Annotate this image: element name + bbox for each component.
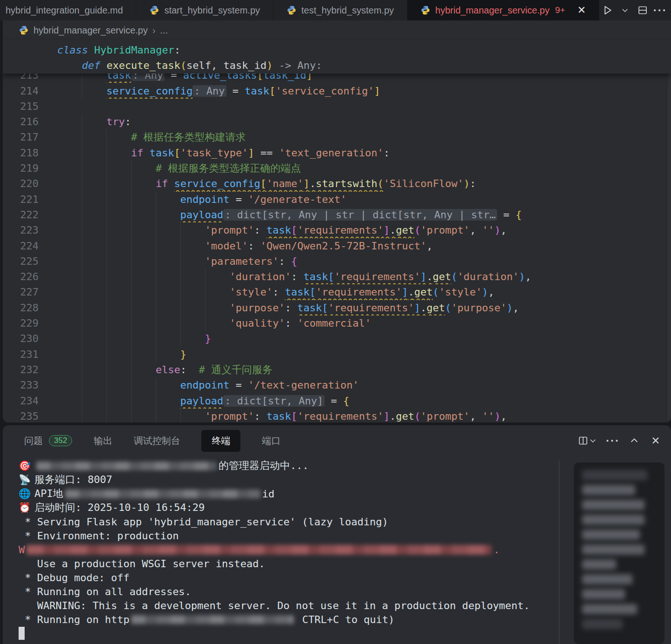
maximize-panel-button[interactable]	[626, 433, 642, 449]
line-number[interactable]: 222	[3, 207, 57, 222]
panel-tab-终端[interactable]: 终端	[201, 430, 240, 452]
indent-guide	[180, 254, 181, 269]
code-token: ,	[513, 302, 519, 314]
panel-tab-输出[interactable]: 输出	[93, 435, 112, 447]
code-token: 'duration'	[458, 271, 519, 282]
code-line-213[interactable]: 213task: Any = active_tasks[task_id]	[3, 74, 671, 83]
code-line-229[interactable]: 229'quality': 'commercial'	[3, 315, 671, 331]
code-line-223[interactable]: 223'prompt': task['requirements'].get('p…	[3, 222, 671, 238]
terminal-sash[interactable]	[559, 461, 559, 644]
line-number[interactable]: 232	[3, 362, 57, 377]
code-token: (	[414, 410, 420, 422]
code-line-215[interactable]: 215	[3, 99, 671, 114]
close-panel-button[interactable]: ✕	[648, 433, 664, 449]
line-number[interactable]: 225	[3, 254, 57, 269]
code-line-235[interactable]: 235'prompt': task['requirements'].get('p…	[3, 409, 671, 423]
code-line-219[interactable]: 219# 根据服务类型选择正确的端点	[3, 161, 671, 176]
indent-guide	[82, 207, 82, 222]
code-line-221[interactable]: 221endpoint = '/generate-text'	[3, 192, 671, 207]
code-editor[interactable]: class HybridManager:def execute_task(sel…	[3, 40, 671, 423]
code-line-227[interactable]: 227'style': task['requirements'].get('st…	[3, 284, 671, 300]
run-dropdown-button[interactable]	[617, 2, 633, 18]
line-number[interactable]: 233	[3, 377, 57, 393]
panel-tab-端口[interactable]: 端口	[262, 435, 280, 447]
indent-guide	[82, 409, 82, 423]
code-line-230[interactable]: 230}	[3, 331, 671, 346]
code-token: ]	[374, 85, 380, 97]
indent-guide	[131, 222, 132, 238]
panel-tab-调试控制台[interactable]: 调试控制台	[133, 435, 180, 447]
code-line[interactable]: def execute_task(self, task_id) -> Any:	[3, 58, 671, 73]
line-number[interactable]: 215	[3, 99, 57, 114]
line-number[interactable]: 226	[3, 269, 57, 284]
code-line-226[interactable]: 226'duration': task['requirements'].get(…	[3, 269, 671, 284]
breadcrumb-file[interactable]: hybrid_manager_service.py	[33, 25, 148, 36]
line-number[interactable]	[3, 58, 57, 73]
panel-tab-问题[interactable]: 问题352	[24, 435, 72, 447]
breadcrumb[interactable]: hybrid_manager_service.py › ...	[3, 20, 671, 40]
terminal-line	[19, 626, 556, 640]
run-button[interactable]	[599, 2, 615, 18]
code-line-225[interactable]: 225'parameters': {	[3, 254, 671, 269]
terminal-output[interactable]: 🎯的管理器启动中...📡服务端口: 8007🌐API地id⏰启动时间: 2025…	[3, 459, 556, 644]
editor-tab-hybrid_integration_guide.md[interactable]: hybrid_integration_guide.md	[0, 0, 136, 20]
sticky-scroll[interactable]: class HybridManager:def execute_task(sel…	[3, 40, 671, 74]
line-number[interactable]: 230	[3, 331, 57, 346]
code-line-214[interactable]: 214service_config: Any = task['service_c…	[3, 83, 671, 99]
split-terminal-button[interactable]	[575, 433, 599, 449]
code-line[interactable]: class HybridManager:	[3, 42, 671, 58]
line-number[interactable]: 227	[3, 284, 57, 300]
indent-guide	[82, 192, 82, 207]
indent-guide	[82, 222, 82, 238]
line-number[interactable]: 218	[3, 145, 57, 161]
line-number[interactable]: 219	[3, 161, 57, 176]
code-token: [	[291, 410, 297, 422]
line-number[interactable]: 213	[3, 74, 57, 83]
line-number[interactable]: 221	[3, 192, 57, 207]
line-number[interactable]: 217	[3, 129, 57, 145]
indent-guide	[106, 409, 107, 423]
code-token: :	[384, 147, 390, 159]
code-line-220[interactable]: 220if service_config['name'].startswith(…	[3, 176, 671, 191]
editor-tab-start_hybrid_system.py[interactable]: start_hybrid_system.py	[136, 0, 273, 20]
line-number[interactable]: 214	[3, 83, 57, 99]
code-line-216[interactable]: 216try:	[3, 114, 671, 129]
line-number[interactable]: 231	[3, 347, 57, 362]
line-number[interactable]: 216	[3, 114, 57, 129]
line-number[interactable]: 223	[3, 222, 57, 238]
code-line-217[interactable]: 217# 根据任务类型构建请求	[3, 129, 671, 145]
editor-scrollbar[interactable]	[667, 40, 671, 423]
editor-tab-test_hybrid_system.py[interactable]: test_hybrid_system.py	[273, 0, 407, 20]
code-token: .	[310, 178, 316, 189]
line-number[interactable]	[3, 42, 57, 58]
indent-guide	[106, 347, 107, 362]
code-line-228[interactable]: 228'purpose': task['requirements'].get('…	[3, 300, 671, 315]
code-line-234[interactable]: 234payload: dict[str, Any] = {	[3, 393, 671, 409]
code-token: ]	[420, 271, 426, 282]
editor-more-actions-button[interactable]: ···	[652, 2, 668, 18]
line-number[interactable]: 235	[3, 409, 57, 423]
indent-guide	[82, 269, 82, 284]
terminal-more-actions-button[interactable]: ···	[605, 433, 621, 449]
code-token: (	[414, 224, 420, 236]
terminal-session-list[interactable]	[574, 463, 664, 644]
code-token: endpoint	[180, 379, 230, 391]
split-editor-button[interactable]	[635, 2, 651, 18]
editor-tab-hybrid_manager_service.py[interactable]: hybrid_manager_service.py9+✕	[407, 0, 599, 20]
line-number[interactable]: 220	[3, 176, 57, 191]
code-line-232[interactable]: 232else: # 通义千问服务	[3, 362, 671, 377]
line-number[interactable]: 228	[3, 300, 57, 315]
code-line-222[interactable]: 222payload: dict[str, Any | str | dict[s…	[3, 207, 671, 222]
code-line-218[interactable]: 218if task['task_type'] == 'text_generat…	[3, 145, 671, 161]
code-line-233[interactable]: 233endpoint = '/text-generation'	[3, 377, 671, 393]
code-line-224[interactable]: 224'model': 'Qwen/Qwen2.5-72B-Instruct',	[3, 238, 671, 254]
breadcrumb-symbol[interactable]: ...	[160, 25, 168, 36]
line-number[interactable]: 229	[3, 315, 57, 331]
code-line-231[interactable]: 231}	[3, 347, 671, 362]
line-number[interactable]: 224	[3, 238, 57, 254]
indent-guide	[82, 83, 82, 99]
code-token: task_id	[224, 60, 267, 71]
indent-guide	[106, 269, 107, 284]
close-tab-icon[interactable]: ✕	[577, 4, 585, 16]
line-number[interactable]: 234	[3, 393, 57, 409]
